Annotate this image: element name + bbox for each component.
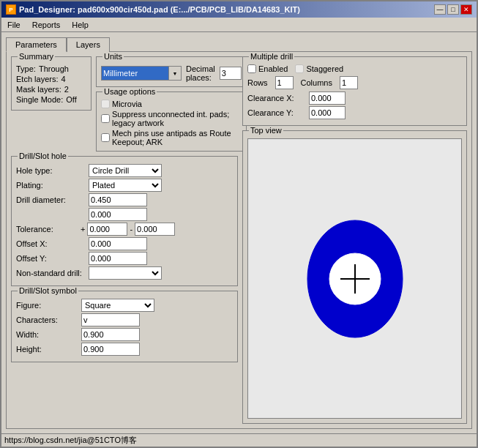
left-column: Summary Type: Through Etch layers: 4 xyxy=(11,56,238,424)
units-title: Units xyxy=(102,52,124,61)
decimal-input[interactable] xyxy=(220,67,242,80)
mask-label: Mask layers: xyxy=(16,85,61,94)
figure-label: Figure: xyxy=(16,301,78,310)
usage-options-group: Usage options Microvia Suppress unconnec… xyxy=(96,92,247,152)
offset-y-label: Offset Y: xyxy=(16,254,86,263)
rows-label: Rows xyxy=(247,78,268,87)
figure-select[interactable]: Square xyxy=(81,299,154,312)
microvia-checkbox-label[interactable]: Microvia xyxy=(101,100,242,108)
offset-x-input[interactable] xyxy=(89,237,147,250)
microvia-label: Microvia xyxy=(112,100,142,108)
tab-layers[interactable]: Layers xyxy=(67,37,110,52)
mech-checkbox-label[interactable]: Mech pins use antipads as Route Keepout;… xyxy=(101,129,242,146)
units-select-wrapper: Millimeter ▼ xyxy=(101,66,182,81)
main-window: P Pad_Designer: pad600x900cir450d.pad (E… xyxy=(0,0,478,448)
characters-input[interactable] xyxy=(81,313,140,326)
close-button[interactable]: ✕ xyxy=(460,4,472,15)
drill-diameter-input[interactable] xyxy=(89,193,147,206)
drill-offset-input[interactable] xyxy=(89,208,147,221)
drill-slot-group: Drill/Slot hole Hole type: Circle Drill … xyxy=(11,156,238,286)
etch-value: 4 xyxy=(61,75,65,83)
mech-label: Mech pins use antipads as Route Keepout;… xyxy=(112,129,242,146)
clearance-x-input[interactable] xyxy=(309,92,346,105)
offset-y-input[interactable] xyxy=(89,252,147,265)
decimal-label: Decimal places: xyxy=(186,64,215,82)
title-bar: P Pad_Designer: pad600x900cir450d.pad (E… xyxy=(1,1,477,18)
enabled-checkbox-label[interactable]: Enabled xyxy=(247,64,288,73)
staggered-label: Staggered xyxy=(306,64,343,73)
single-label: Single Mode: xyxy=(16,95,63,104)
offset-x-label: Offset X: xyxy=(16,239,86,248)
clearance-x-label: Clearance X: xyxy=(247,94,306,102)
title-bar-left: P Pad_Designer: pad600x900cir450d.pad (E… xyxy=(6,4,300,15)
type-value: Through xyxy=(39,64,69,73)
minimize-button[interactable]: — xyxy=(434,4,446,15)
type-label: Type: xyxy=(16,64,36,73)
top-view-area xyxy=(247,138,462,419)
columns-input[interactable] xyxy=(340,76,358,89)
tolerance-plus: + xyxy=(81,225,85,234)
summary-title: Summary xyxy=(18,52,55,61)
drill-slot-title: Drill/Slot hole xyxy=(18,152,68,160)
window-title: Pad_Designer: pad600x900cir450d.pad (E:.… xyxy=(19,5,300,14)
clearance-y-input[interactable] xyxy=(309,106,346,119)
rows-input[interactable] xyxy=(275,76,294,89)
plating-label: Plating: xyxy=(16,181,86,190)
tab-content-parameters: Summary Type: Through Etch layers: 4 xyxy=(6,51,472,429)
tolerance-low-input[interactable] xyxy=(87,223,127,236)
pad-visualization xyxy=(296,206,414,352)
tab-parameters[interactable]: Parameters xyxy=(6,37,67,52)
drill-diameter-label: Drill diameter: xyxy=(16,195,86,204)
non-standard-label: Non-standard drill: xyxy=(16,269,86,277)
non-standard-select[interactable] xyxy=(89,266,162,280)
hole-type-label: Hole type: xyxy=(16,166,86,175)
usage-options-title: Usage options xyxy=(102,87,157,96)
mask-value: 2 xyxy=(64,85,69,94)
summary-group: Summary Type: Through Etch layers: 4 xyxy=(11,56,92,111)
microvia-checkbox[interactable] xyxy=(101,100,110,108)
suppress-checkbox-label[interactable]: Suppress unconnected int. pads; legacy a… xyxy=(101,110,242,127)
menu-file[interactable]: File xyxy=(4,20,23,30)
menu-help[interactable]: Help xyxy=(69,20,92,30)
drill-symbol-group: Drill/Slot symbol Figure: Square Charact… xyxy=(11,291,238,362)
enabled-label: Enabled xyxy=(258,64,288,73)
top-view-group: Top view xyxy=(242,130,467,424)
drill-symbol-title: Drill/Slot symbol xyxy=(18,286,78,295)
title-buttons: — □ ✕ xyxy=(434,4,472,15)
maximize-button[interactable]: □ xyxy=(447,4,459,15)
multiple-drill-group: Multiple drill Enabled Staggered xyxy=(242,56,467,126)
clearance-y-label: Clearance Y: xyxy=(247,108,306,117)
menu-reports[interactable]: Reports xyxy=(29,20,64,30)
height-input[interactable] xyxy=(81,343,140,356)
characters-label: Characters: xyxy=(16,316,78,324)
multiple-drill-title: Multiple drill xyxy=(249,52,294,61)
width-label: Width: xyxy=(16,330,78,339)
columns-label: Columns xyxy=(301,78,332,87)
units-select[interactable]: Millimeter xyxy=(101,66,182,81)
menu-bar: File Reports Help xyxy=(1,18,477,32)
tab-bar: Parameters Layers xyxy=(6,37,472,51)
tolerance-label: Tolerance: xyxy=(16,225,78,234)
app-icon: P xyxy=(6,4,16,15)
top-view-title: Top view xyxy=(249,126,283,135)
suppress-label: Suppress unconnected int. pads; legacy a… xyxy=(112,110,242,127)
mech-checkbox[interactable] xyxy=(101,133,110,142)
staggered-checkbox[interactable] xyxy=(295,64,304,73)
height-label: Height: xyxy=(16,345,78,354)
right-column: Multiple drill Enabled Staggered xyxy=(242,56,467,424)
status-bar: https://blog.csdn.net/jia@51CTO博客 xyxy=(1,433,477,447)
tolerance-minus: - xyxy=(130,225,132,234)
watermark-text: https://blog.csdn.net/jia@51CTO博客 xyxy=(4,435,137,446)
plating-select[interactable]: Plated xyxy=(89,179,162,192)
single-value: Off xyxy=(66,95,76,104)
hole-type-select[interactable]: Circle Drill xyxy=(89,164,162,177)
etch-label: Etch layers: xyxy=(16,75,58,83)
units-group: Units Millimeter ▼ Decimal places: xyxy=(96,56,247,87)
staggered-checkbox-label[interactable]: Staggered xyxy=(295,64,343,73)
main-content: Parameters Layers Summary Type: Through xyxy=(1,32,477,433)
suppress-checkbox[interactable] xyxy=(101,114,110,123)
enabled-checkbox[interactable] xyxy=(247,64,256,73)
width-input[interactable] xyxy=(81,328,140,341)
tolerance-high-input[interactable] xyxy=(135,223,175,236)
